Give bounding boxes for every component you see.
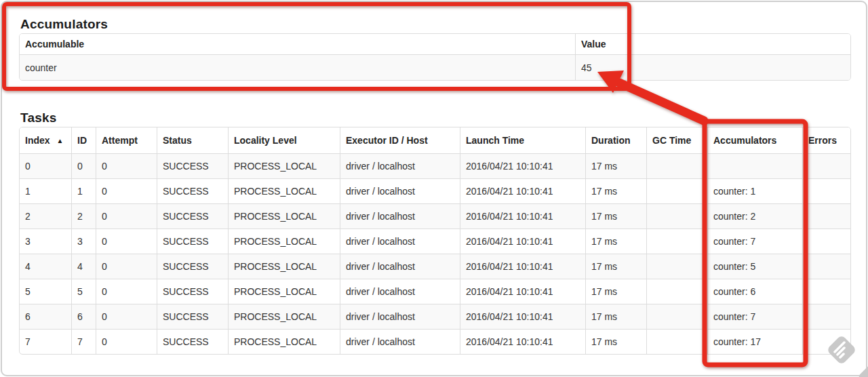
cell-id: 1 <box>71 178 96 203</box>
tasks-table: Index▲ ID Attempt Status Locality Level … <box>19 127 851 355</box>
cell-value: 45 <box>575 54 850 80</box>
cell-duration: 17 ms <box>585 229 646 254</box>
cell-index: 6 <box>20 304 71 329</box>
cell-locality-level: PROCESS_LOCAL <box>228 178 340 203</box>
table-row: 660SUCCESSPROCESS_LOCALdriver / localhos… <box>20 304 850 329</box>
accumulators-section-title: Accumulators <box>20 17 108 32</box>
accumulators-table: Accumulable Value counter 45 <box>19 33 851 81</box>
table-row: 000SUCCESSPROCESS_LOCALdriver / localhos… <box>20 153 850 178</box>
cell-attempt: 0 <box>96 329 157 354</box>
cell-accumulators: counter: 2 <box>707 203 802 229</box>
cell-id: 5 <box>71 279 96 304</box>
col-header-accumulators[interactable]: Accumulators <box>707 127 802 153</box>
cell-gc-time <box>646 153 707 178</box>
cell-executor-id-host: driver / localhost <box>340 178 460 203</box>
cell-executor-id-host: driver / localhost <box>340 329 460 354</box>
col-header-accumulable[interactable]: Accumulable <box>20 34 575 54</box>
table-row: 440SUCCESSPROCESS_LOCALdriver / localhos… <box>20 254 850 279</box>
col-header-index[interactable]: Index▲ <box>20 127 71 153</box>
cell-index: 2 <box>20 203 71 229</box>
cell-errors <box>802 254 850 279</box>
cell-attempt: 0 <box>96 304 157 329</box>
cell-status: SUCCESS <box>157 178 228 203</box>
table-row: 550SUCCESSPROCESS_LOCALdriver / localhos… <box>20 279 850 304</box>
col-header-executor-id-host[interactable]: Executor ID / Host <box>340 127 460 153</box>
cell-launch-time: 2016/04/21 10:10:41 <box>460 304 585 329</box>
cell-accumulable: counter <box>20 54 575 80</box>
cell-accumulators: counter: 1 <box>707 178 802 203</box>
cell-attempt: 0 <box>96 178 157 203</box>
cell-status: SUCCESS <box>157 203 228 229</box>
col-header-errors[interactable]: Errors <box>802 127 850 153</box>
col-header-status[interactable]: Status <box>157 127 228 153</box>
cell-index: 3 <box>20 229 71 254</box>
cell-accumulators: counter: 6 <box>707 279 802 304</box>
cell-duration: 17 ms <box>585 279 646 304</box>
cell-duration: 17 ms <box>585 304 646 329</box>
cell-errors <box>802 153 850 178</box>
cell-locality-level: PROCESS_LOCAL <box>228 229 340 254</box>
cell-attempt: 0 <box>96 229 157 254</box>
cell-id: 4 <box>71 254 96 279</box>
col-header-launch-time[interactable]: Launch Time <box>460 127 585 153</box>
cell-gc-time <box>646 203 707 229</box>
cell-launch-time: 2016/04/21 10:10:41 <box>460 279 585 304</box>
cell-locality-level: PROCESS_LOCAL <box>228 153 340 178</box>
cell-errors <box>802 203 850 229</box>
col-header-duration[interactable]: Duration <box>585 127 646 153</box>
cell-duration: 17 ms <box>585 178 646 203</box>
cell-gc-time <box>646 254 707 279</box>
col-header-value[interactable]: Value <box>575 34 850 54</box>
accumulators-header-row: Accumulable Value <box>20 34 850 54</box>
cell-errors <box>802 229 850 254</box>
cell-attempt: 0 <box>96 254 157 279</box>
table-row: counter 45 <box>20 54 850 80</box>
cell-launch-time: 2016/04/21 10:10:41 <box>460 254 585 279</box>
cell-duration: 17 ms <box>585 203 646 229</box>
table-row: 110SUCCESSPROCESS_LOCALdriver / localhos… <box>20 178 850 203</box>
cell-index: 4 <box>20 254 71 279</box>
cell-id: 7 <box>71 329 96 354</box>
table-row: 770SUCCESSPROCESS_LOCALdriver / localhos… <box>20 329 850 354</box>
cell-id: 3 <box>71 229 96 254</box>
cell-executor-id-host: driver / localhost <box>340 279 460 304</box>
cell-accumulators <box>707 153 802 178</box>
tasks-table-body: 000SUCCESSPROCESS_LOCALdriver / localhos… <box>20 153 850 354</box>
cell-launch-time: 2016/04/21 10:10:41 <box>460 203 585 229</box>
cell-locality-level: PROCESS_LOCAL <box>228 203 340 229</box>
col-header-attempt[interactable]: Attempt <box>96 127 157 153</box>
cell-accumulators: counter: 5 <box>707 254 802 279</box>
cell-status: SUCCESS <box>157 153 228 178</box>
cell-id: 6 <box>71 304 96 329</box>
cell-gc-time <box>646 229 707 254</box>
col-header-gc-time[interactable]: GC Time <box>646 127 707 153</box>
cell-locality-level: PROCESS_LOCAL <box>228 279 340 304</box>
cell-attempt: 0 <box>96 203 157 229</box>
cell-errors <box>802 279 850 304</box>
cell-index: 7 <box>20 329 71 354</box>
cell-gc-time <box>646 329 707 354</box>
cell-accumulators: counter: 7 <box>707 304 802 329</box>
tasks-section-title: Tasks <box>20 111 56 125</box>
cell-launch-time: 2016/04/21 10:10:41 <box>460 153 585 178</box>
cell-locality-level: PROCESS_LOCAL <box>228 304 340 329</box>
cell-attempt: 0 <box>96 279 157 304</box>
cell-errors <box>802 329 850 354</box>
cell-status: SUCCESS <box>157 304 228 329</box>
cell-accumulators: counter: 17 <box>707 329 802 354</box>
cell-errors <box>802 178 850 203</box>
cell-locality-level: PROCESS_LOCAL <box>228 329 340 354</box>
cell-duration: 17 ms <box>585 254 646 279</box>
cell-duration: 17 ms <box>585 153 646 178</box>
cell-launch-time: 2016/04/21 10:10:41 <box>460 229 585 254</box>
cell-status: SUCCESS <box>157 329 228 354</box>
cell-status: SUCCESS <box>157 229 228 254</box>
cell-index: 0 <box>20 153 71 178</box>
cell-locality-level: PROCESS_LOCAL <box>228 254 340 279</box>
cell-status: SUCCESS <box>157 279 228 304</box>
col-header-id[interactable]: ID <box>71 127 96 153</box>
cell-gc-time <box>646 304 707 329</box>
cell-executor-id-host: driver / localhost <box>340 229 460 254</box>
table-row: 220SUCCESSPROCESS_LOCALdriver / localhos… <box>20 203 850 229</box>
col-header-locality-level[interactable]: Locality Level <box>228 127 340 153</box>
